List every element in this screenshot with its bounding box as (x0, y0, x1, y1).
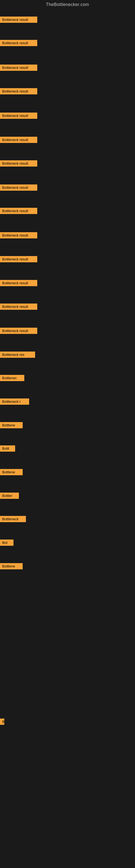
bottleneck-bar: Bottleneck result (0, 65, 37, 71)
bottleneck-bar: Bottleneck result (0, 280, 37, 286)
bottleneck-bar: Bottleneck result (0, 256, 37, 262)
bottleneck-bar: Bottleneck result (0, 328, 37, 334)
bottleneck-bar: Bottleneck result (0, 137, 37, 143)
bottleneck-bar: Bottleneck result (0, 17, 37, 23)
bottleneck-bar: Bottlene (0, 469, 23, 475)
bottleneck-bar: Bottleneck result (0, 160, 37, 166)
bottleneck-bar: Bottler (0, 493, 19, 499)
bottleneck-bar: Bottleneck result (0, 304, 37, 310)
bottleneck-bar: Bottleneck (0, 516, 26, 522)
bottleneck-bar: B (0, 718, 4, 725)
site-title: TheBottlenecker.com (0, 0, 135, 9)
bottleneck-bar: Bottlene (0, 422, 23, 428)
bottleneck-bar: Bottleneck result (0, 208, 37, 214)
bottleneck-bar: Bottleneck res (0, 351, 35, 358)
bottleneck-bar: Bottlene (0, 563, 23, 569)
bottleneck-bar: Bottleneck r (0, 399, 29, 405)
bottleneck-bar: Bottleneck result (0, 232, 37, 239)
bottleneck-bar: Bottlenec (0, 375, 24, 381)
bottleneck-bar: Bottleneck result (0, 184, 37, 191)
bottleneck-bar: Bottleneck result (0, 88, 37, 94)
bottleneck-bar: Bottleneck result (0, 113, 37, 119)
bottleneck-bar: Bot (0, 539, 13, 546)
bottleneck-bar: Bottl (0, 445, 15, 452)
bottleneck-bar: Bottleneck result (0, 40, 37, 46)
